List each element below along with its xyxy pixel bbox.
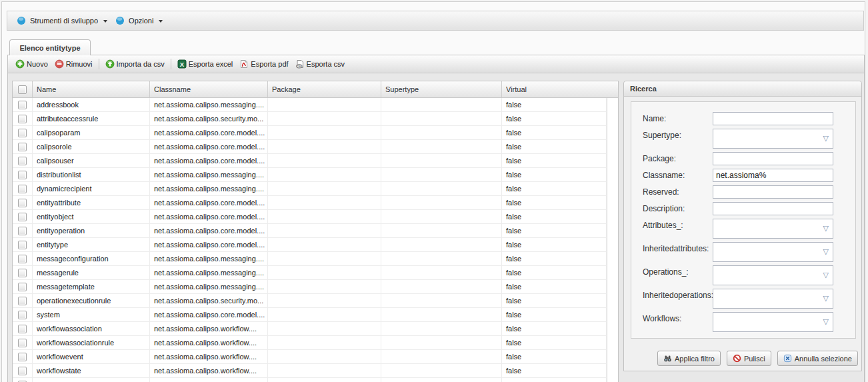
- table-row[interactable]: calipsoparamnet.assioma.calipso.core.mod…: [13, 126, 607, 140]
- classname-field[interactable]: [713, 169, 833, 182]
- cell-name: entitytype: [33, 238, 150, 251]
- inheritedoperations-combo-input[interactable]: [713, 289, 824, 311]
- pulisci-button[interactable]: Pulisci: [727, 351, 771, 366]
- inheritedattributes-combo[interactable]: ▽: [713, 242, 833, 262]
- name-field[interactable]: [713, 112, 833, 125]
- row-checkbox[interactable]: [18, 227, 27, 235]
- annulla-selezione-button[interactable]: Annulla selezione: [777, 351, 858, 366]
- table-row[interactable]: operationexecutionrulenet.assioma.calips…: [13, 294, 607, 308]
- row-checkbox[interactable]: [18, 311, 27, 319]
- combo-trigger-icon[interactable]: ▽: [823, 135, 829, 142]
- row-checkbox[interactable]: [18, 199, 27, 207]
- supertype-combo-input[interactable]: [713, 129, 824, 151]
- menu-strumenti-di-sviluppo[interactable]: Strumenti di sviluppo: [13, 14, 111, 27]
- table-row[interactable]: calipsousernet.assioma.calipso.core.mode…: [13, 154, 607, 168]
- operations-combo-input[interactable]: [713, 266, 824, 287]
- cell-supertype: [381, 322, 502, 335]
- row-checkbox[interactable]: [18, 115, 27, 123]
- cell-classname: net.assioma.calipso.messaging....: [150, 98, 268, 111]
- column-header-package[interactable]: Package: [268, 81, 381, 97]
- row-checkbox[interactable]: [18, 339, 27, 347]
- select-all-checkbox[interactable]: [18, 85, 27, 94]
- combo-trigger-icon[interactable]: ▽: [823, 295, 829, 302]
- nuovo-button[interactable]: Nuovo: [12, 58, 51, 70]
- column-header-classname[interactable]: Classname: [150, 81, 268, 97]
- table-row[interactable]: messagerulenet.assioma.calipso.messaging…: [13, 266, 607, 280]
- reserved-field[interactable]: [713, 185, 833, 199]
- row-checkbox[interactable]: [18, 101, 27, 109]
- row-checkbox[interactable]: [18, 241, 27, 249]
- cell-package: [268, 336, 381, 349]
- cell-virtual: false: [502, 154, 607, 167]
- table-row[interactable]: workflowstatetransitionnet.assioma.calip…: [13, 378, 607, 382]
- table-row[interactable]: entityobjectnet.assioma.calipso.core.mod…: [13, 210, 607, 224]
- combo-trigger-icon[interactable]: ▽: [823, 225, 829, 232]
- table-row[interactable]: workflowstatenet.assioma.calipso.workflo…: [13, 364, 607, 378]
- row-checkbox[interactable]: [18, 213, 27, 221]
- cell-virtual: false: [502, 364, 607, 377]
- row-checkbox[interactable]: [18, 297, 27, 305]
- cell-virtual: false: [502, 252, 607, 265]
- field-label-classname: Classname:: [643, 169, 713, 182]
- workflows-combo[interactable]: ▽: [713, 312, 833, 332]
- rimuovi-button[interactable]: Rimuovi: [51, 58, 96, 70]
- cell-supertype: [381, 224, 502, 237]
- row-checkbox[interactable]: [18, 255, 27, 263]
- column-header-supertype[interactable]: Supertype: [381, 81, 502, 97]
- table-row[interactable]: distributionlistnet.assioma.calipso.mess…: [13, 168, 607, 182]
- table-row[interactable]: messagetemplatenet.assioma.calipso.messa…: [13, 280, 607, 294]
- table-row[interactable]: workfloweventnet.assioma.calipso.workflo…: [13, 350, 607, 364]
- combo-trigger-icon[interactable]: ▽: [823, 318, 829, 325]
- row-checkbox[interactable]: [18, 171, 27, 179]
- row-checkbox[interactable]: [18, 353, 27, 361]
- package-field[interactable]: [713, 152, 833, 165]
- table-row[interactable]: workflowassociationrulenet.assioma.calip…: [13, 336, 607, 350]
- supertype-combo[interactable]: ▽: [713, 129, 833, 149]
- inheritedoperations-combo[interactable]: ▽: [713, 289, 833, 309]
- table-row[interactable]: attributeaccessrulenet.assioma.calipso.s…: [13, 112, 607, 126]
- table-row[interactable]: messageconfigurationnet.assioma.calipso.…: [13, 252, 607, 266]
- row-checkbox[interactable]: [18, 283, 27, 291]
- table-row[interactable]: addressbooknet.assioma.calipso.messaging…: [13, 98, 607, 112]
- cell-name: addressbook: [33, 98, 150, 111]
- applica-filtro-button[interactable]: Applica filtro: [657, 351, 721, 366]
- menu-opzioni[interactable]: Opzioni: [111, 14, 167, 27]
- cell-classname: net.assioma.calipso.workflow....: [150, 364, 268, 377]
- cell-supertype: [381, 126, 502, 139]
- row-checkbox[interactable]: [18, 143, 27, 151]
- table-row[interactable]: entityattributenet.assioma.calipso.core.…: [13, 196, 607, 210]
- cell-name: workflowstatetransition: [33, 378, 150, 382]
- cell-classname: net.assioma.calipso.workflow....: [150, 336, 268, 349]
- table-row[interactable]: entityoperationnet.assioma.calipso.core.…: [13, 224, 607, 238]
- esporta-pdf-button[interactable]: Esporta pdf: [236, 58, 291, 70]
- row-checkbox[interactable]: [18, 367, 27, 375]
- table-row[interactable]: dynamicrecipientnet.assioma.calipso.mess…: [13, 182, 607, 196]
- row-checkbox[interactable]: [18, 129, 27, 137]
- row-checkbox[interactable]: [18, 325, 27, 333]
- column-header-virtual[interactable]: Virtual: [502, 81, 607, 97]
- combo-trigger-icon[interactable]: ▽: [823, 271, 829, 279]
- table-row[interactable]: workflowassociationnet.assioma.calipso.w…: [13, 322, 607, 336]
- inheritedattributes-combo-input[interactable]: [713, 243, 824, 264]
- field-label-inheritedoperations: Inheritedoperations:: [643, 289, 713, 309]
- esporta-excel-button[interactable]: X Esporta excel: [174, 58, 237, 70]
- attributes-combo[interactable]: ▽: [713, 219, 833, 239]
- table-row[interactable]: systemnet.assioma.calipso.core.model....…: [13, 308, 607, 322]
- workflows-combo-input[interactable]: [713, 313, 824, 334]
- row-checkbox[interactable]: [18, 185, 27, 193]
- vertical-scrollbar[interactable]: [607, 98, 618, 382]
- attributes-combo-input[interactable]: [713, 219, 824, 241]
- combo-trigger-icon[interactable]: ▽: [823, 248, 829, 255]
- row-checkbox[interactable]: [18, 157, 27, 165]
- row-checkbox[interactable]: [18, 269, 27, 277]
- column-header-name[interactable]: Name: [33, 81, 150, 97]
- tab-elenco-entitytype[interactable]: Elenco entitytype: [9, 39, 91, 55]
- operations-combo[interactable]: ▽: [713, 265, 833, 285]
- table-row[interactable]: calipsorolenet.assioma.calipso.core.mode…: [13, 140, 607, 154]
- table-row[interactable]: entitytypenet.assioma.calipso.core.model…: [13, 238, 607, 252]
- importa-da-csv-button[interactable]: Importa da csv: [102, 58, 168, 70]
- description-field[interactable]: [713, 202, 833, 215]
- esporta-csv-button[interactable]: csv Esporta csv: [292, 58, 348, 70]
- button-label: Rimuovi: [66, 60, 93, 68]
- cell-classname: net.assioma.calipso.core.model....: [150, 308, 268, 321]
